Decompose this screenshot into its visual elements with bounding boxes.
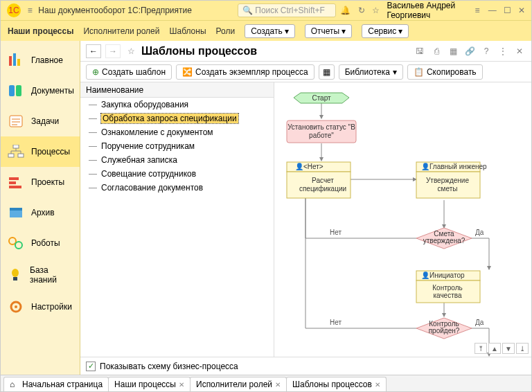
library-button[interactable]: Библиотека▾ bbox=[339, 64, 403, 80]
scroll-down-icon[interactable]: ▼ bbox=[502, 343, 515, 354]
svg-rect-12 bbox=[8, 154, 14, 157]
user-menu-icon[interactable]: ≡ bbox=[474, 5, 481, 16]
close-panel-icon[interactable]: ✕ bbox=[513, 45, 526, 57]
menu-icon[interactable]: ≡ bbox=[26, 5, 34, 16]
checkbox-label: Показывать схему бизнес-процесса bbox=[100, 362, 238, 371]
svg-rect-6 bbox=[16, 85, 21, 96]
toolbar-link-templates[interactable]: Шаблоны bbox=[169, 26, 206, 36]
maximize-icon[interactable]: ☐ bbox=[504, 5, 511, 16]
sidebar-item-projects[interactable]: Проекты bbox=[1, 167, 80, 197]
sidebar: Главное Документы Задачи Процессы Проект… bbox=[1, 41, 80, 375]
tab-templates[interactable]: Шаблоны процессов✕ bbox=[286, 377, 387, 391]
window-title: Наш документооборот 1С:Предприятие bbox=[38, 6, 192, 15]
svg-rect-13 bbox=[18, 154, 24, 157]
more-icon[interactable]: ⋮ bbox=[497, 45, 509, 57]
svg-point-21 bbox=[12, 269, 19, 277]
checkbox-row: ✓ Показывать схему бизнес-процесса bbox=[80, 357, 531, 375]
favorite-star-icon[interactable]: ☆ bbox=[125, 45, 137, 57]
sidebar-item-tasks[interactable]: Задачи bbox=[1, 106, 80, 136]
create-template-button[interactable]: ⊕Создать шаблон bbox=[86, 64, 172, 80]
svg-text:Старт: Старт bbox=[312, 94, 331, 102]
svg-rect-4 bbox=[17, 59, 20, 66]
scroll-bottom-icon[interactable]: ⤓ bbox=[516, 343, 529, 354]
svg-text:Нет: Нет bbox=[330, 319, 342, 326]
tab-close-icon[interactable]: ✕ bbox=[179, 381, 184, 389]
show-diagram-checkbox[interactable]: ✓ bbox=[86, 362, 96, 371]
instance-icon-button[interactable]: ▦ bbox=[319, 64, 335, 80]
toolbar-link-performers[interactable]: Исполнители ролей bbox=[83, 26, 159, 36]
sidebar-item-knowledge[interactable]: База знаний bbox=[1, 258, 80, 292]
help-icon[interactable]: ? bbox=[480, 45, 493, 57]
close-icon[interactable]: ✕ bbox=[518, 5, 526, 16]
svg-text:утверждена?: утверждена? bbox=[423, 237, 466, 244]
process-diagram: Нет Да Нет Да Старт Установить статус "В… bbox=[274, 82, 524, 357]
svg-rect-3 bbox=[13, 53, 16, 66]
diagram-panel[interactable]: Нет Да Нет Да Старт Установить статус "В… bbox=[274, 82, 531, 357]
star-icon[interactable]: ☆ bbox=[372, 5, 380, 16]
svg-text:спецификации: спецификации bbox=[299, 185, 346, 193]
svg-text:Утверждение: Утверждение bbox=[426, 177, 469, 184]
minimize-icon[interactable]: — bbox=[488, 5, 497, 16]
svg-rect-22 bbox=[13, 277, 17, 280]
sidebar-item-settings[interactable]: Настройки bbox=[1, 292, 80, 322]
svg-text:сметы: сметы bbox=[438, 185, 458, 193]
template-list: Закупка оборудования Обработка запроса с… bbox=[80, 98, 274, 357]
reports-button[interactable]: Отчеты▾ bbox=[305, 24, 352, 38]
list-item[interactable]: Обработка запроса спецификации bbox=[80, 112, 274, 125]
titlebar: 1С ≡ Наш документооборот 1С:Предприятие … bbox=[1, 1, 531, 20]
svg-text:качества: качества bbox=[433, 292, 461, 299]
print-icon[interactable]: ⎙ bbox=[430, 45, 443, 57]
calc-icon[interactable]: ▦ bbox=[447, 45, 459, 57]
create-instance-button[interactable]: 🔀Создать экземпляр процесса bbox=[176, 64, 314, 80]
nav-back-button[interactable]: ← bbox=[86, 44, 101, 58]
search-input[interactable]: 🔍 Поиск Ctrl+Shift+F bbox=[238, 3, 336, 17]
settings-icon bbox=[6, 299, 26, 315]
history-icon[interactable]: ↻ bbox=[357, 5, 365, 16]
archive-icon bbox=[6, 204, 26, 221]
list-item[interactable]: Служебная записка bbox=[80, 153, 274, 167]
svg-point-19 bbox=[9, 238, 16, 244]
search-placeholder: Поиск Ctrl+Shift+F bbox=[255, 6, 325, 15]
user-name[interactable]: Васильев Андрей Георгиевич bbox=[387, 1, 466, 20]
nav-forward-button[interactable]: → bbox=[105, 44, 121, 58]
list-item[interactable]: Закупка оборудования bbox=[80, 98, 274, 112]
svg-text:1С: 1С bbox=[8, 6, 19, 15]
scroll-top-icon[interactable]: ⤒ bbox=[475, 343, 487, 354]
create-button[interactable]: Создать▾ bbox=[245, 24, 295, 38]
service-button[interactable]: Сервис▾ bbox=[362, 24, 409, 38]
svg-text:Да: Да bbox=[475, 229, 484, 236]
svg-point-24 bbox=[15, 305, 17, 308]
tab-home[interactable]: ⌂Начальная страница bbox=[3, 377, 109, 391]
list-item[interactable]: Поручение сотрудникам bbox=[80, 139, 274, 153]
sidebar-item-main[interactable]: Главное bbox=[1, 45, 80, 75]
diagram-controls: ⤒ ▲ ▼ ⤓ bbox=[475, 343, 529, 354]
toolbar-link-processes[interactable]: Наши процессы bbox=[8, 26, 73, 36]
bell-icon[interactable]: 🔔 bbox=[340, 5, 351, 16]
svg-text:работе": работе" bbox=[309, 132, 334, 139]
app-logo: 1С bbox=[6, 3, 21, 18]
svg-point-20 bbox=[15, 242, 22, 249]
svg-rect-5 bbox=[9, 85, 15, 96]
svg-rect-18 bbox=[10, 208, 22, 211]
robots-icon bbox=[6, 235, 26, 251]
list-item[interactable]: Совещание сотрудников bbox=[80, 167, 274, 181]
sidebar-item-archive[interactable]: Архив bbox=[1, 197, 80, 228]
tab-processes[interactable]: Наши процессы✕ bbox=[108, 377, 190, 391]
save-icon[interactable]: 🖫 bbox=[414, 45, 426, 57]
scroll-up-icon[interactable]: ▲ bbox=[488, 343, 501, 354]
tasks-icon bbox=[6, 113, 26, 130]
copy-button[interactable]: 📋Скопировать bbox=[407, 64, 483, 80]
list-item[interactable]: Ознакомление с документом bbox=[80, 125, 274, 139]
sidebar-item-documents[interactable]: Документы bbox=[1, 75, 80, 106]
sidebar-item-robots[interactable]: Роботы bbox=[1, 228, 80, 258]
tab-performers[interactable]: Исполнители ролей✕ bbox=[190, 377, 287, 391]
link-icon[interactable]: 🔗 bbox=[463, 45, 476, 57]
list-item[interactable]: Согласование документов bbox=[80, 181, 274, 195]
tab-close-icon[interactable]: ✕ bbox=[275, 381, 281, 389]
home-icon: ⌂ bbox=[10, 380, 19, 389]
svg-text:пройден?: пройден? bbox=[429, 327, 460, 335]
sidebar-item-processes[interactable]: Процессы bbox=[1, 136, 80, 167]
tab-close-icon[interactable]: ✕ bbox=[375, 381, 380, 389]
toolbar-link-roles[interactable]: Роли bbox=[216, 26, 236, 36]
svg-text:<Нет>: <Нет> bbox=[303, 163, 323, 170]
